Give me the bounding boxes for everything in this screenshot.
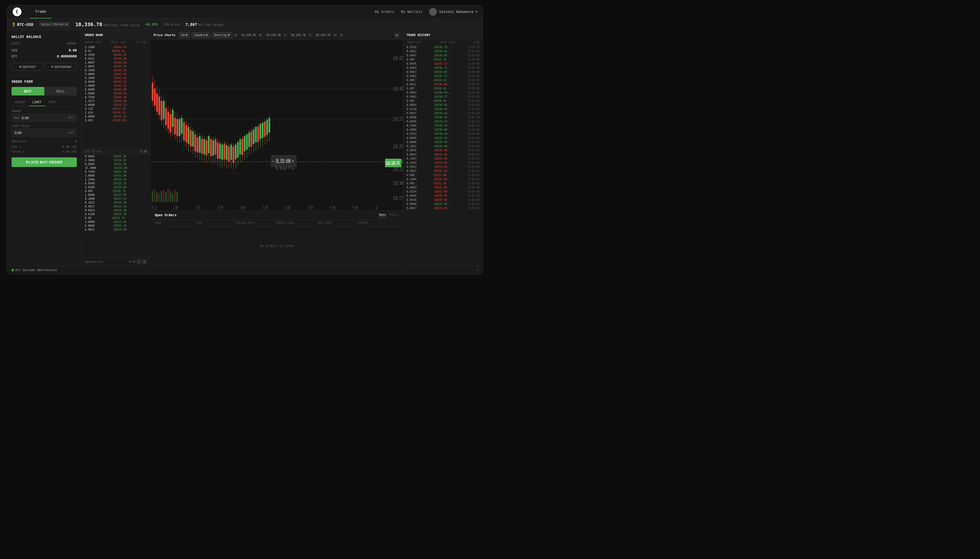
svg-text:2:00: 2:00 [195, 205, 201, 210]
list-item: 0.003710326.45- [81, 205, 150, 208]
asset-amount-usd: 0.00 [69, 48, 77, 52]
svg-rect-26 [154, 189, 155, 202]
agg-plus-button[interactable]: + [142, 260, 147, 264]
svg-text:$10,425: $10,425 [393, 55, 403, 61]
list-item: 0.099910329.25- [81, 182, 150, 185]
list-item: 0.004610338.42 ↗9:49:19 [403, 115, 483, 119]
change-label: 24h price [164, 23, 180, 26]
svg-text:1:00: 1:00 [173, 205, 178, 210]
total-label: Total = [12, 150, 24, 154]
order-type-market[interactable]: MARKET [12, 99, 29, 106]
my-orders-link[interactable]: My Orders [375, 10, 394, 14]
status-right: ⚙ [476, 268, 478, 272]
svg-rect-124 [248, 132, 250, 147]
select-market-dropdown[interactable]: Select Market ▼ [39, 22, 70, 27]
svg-rect-114 [237, 142, 239, 157]
svg-text:4:00: 4:00 [240, 205, 245, 210]
withdraw-button[interactable]: ⊖ WITHDRAW [45, 63, 77, 71]
list-item: 0.002710338.63 ↗9:49:20 [403, 111, 483, 115]
svg-rect-25 [152, 191, 153, 202]
advanced-toggle[interactable]: Advanced ▼ [12, 139, 77, 143]
total-value: 0.00 USD [62, 150, 77, 154]
oo-col-fee: Fee (USD) [317, 222, 358, 225]
svg-rect-74 [192, 131, 194, 146]
list-item: 6.000010325.25- [81, 224, 150, 228]
svg-text:$10,300: $10,300 [393, 180, 403, 186]
asset-name-btc: BTC [12, 55, 18, 58]
open-orders-table-header: Side Size Filled (BTC) Price (USD) Fee (… [150, 220, 403, 227]
list-item: 0.095210336.81 ↗9:50:14 [403, 49, 483, 53]
settings-icon[interactable]: ⚙ [476, 268, 478, 272]
order-type-stop[interactable]: STOP [45, 99, 59, 106]
max-button[interactable]: Max [15, 116, 20, 119]
nav-tabs: Trade [30, 5, 375, 18]
amount-input[interactable] [22, 116, 68, 120]
fee-row: Fee = 0.00 USD [12, 145, 77, 149]
status-text: All Systems Operational [15, 268, 57, 272]
last-price-currency: USD [103, 23, 109, 27]
oo-tab-open[interactable]: Open [379, 213, 386, 217]
timeframe-dropdown[interactable]: 5m ▼ [179, 32, 190, 38]
trading-pair: ₿ BTC-USD [13, 22, 33, 27]
svg-rect-82 [201, 139, 203, 154]
svg-text:10: 10 [375, 205, 378, 210]
limit-price-input-wrapper: USD [12, 129, 77, 137]
deposit-button[interactable]: ⊕ DEPOSIT [12, 63, 43, 71]
oo-tab-fills[interactable]: Fills [390, 213, 399, 217]
list-item: 1.000010340.65- [81, 91, 150, 95]
list-item: 3.140010344.45- [81, 45, 150, 49]
svg-rect-112 [235, 145, 237, 159]
place-order-button[interactable]: PLACE BUY ORDER [12, 157, 77, 167]
svg-rect-54 [169, 114, 171, 132]
chart-type-dropdown[interactable]: Candle ▼ [192, 32, 210, 38]
status-indicator [12, 269, 14, 271]
ohlcv-l-value: 10,336.78 [291, 33, 305, 36]
order-book-price-container: Order Book Market Size Price (USD) My Si… [81, 31, 403, 265]
list-item: 1.008710344.00- [81, 61, 150, 64]
ohlcv-v-label: V: [334, 33, 337, 36]
user-section[interactable]: Satoshi Nakamoto ▼ [429, 8, 478, 16]
list-item: 0.005410338.46 ↗9:49:20 [403, 103, 483, 107]
svg-rect-98 [219, 143, 221, 159]
order-book-bids: 0.404510335.05-2.500010334.95-0.09841033… [81, 155, 150, 258]
svg-rect-128 [253, 129, 254, 144]
svg-rect-58 [174, 118, 176, 134]
nav-right: My Orders My Wallets Satoshi Nakamoto ▼ [375, 8, 478, 16]
sell-button[interactable]: SELL [44, 87, 77, 96]
chart-nav-button[interactable]: ▶ [394, 33, 400, 38]
list-item: 0.008310331.02 ↘9:48:43 [403, 185, 483, 190]
trade-history-rows: 0.010210336.78 ↗9:50:150.095210336.81 ↗9… [403, 45, 483, 265]
right-panel: Trade History Trade Size Price (USD) Tim… [403, 31, 483, 265]
chevron-down-icon: ▼ [206, 33, 208, 37]
svg-rect-140 [266, 120, 268, 135]
avatar [429, 8, 437, 16]
list-item: 0.102210326.50- [81, 201, 150, 205]
list-item: 2.000010341.95- [81, 84, 150, 88]
trade-history-header: Trade Size Price (USD) Time [403, 40, 483, 45]
buy-button[interactable]: BUY [12, 87, 44, 96]
svg-rect-30 [163, 190, 164, 202]
ob-aggregation: Aggregation 0.05 − + [81, 258, 150, 265]
svg-rect-70 [188, 127, 189, 144]
chart-area[interactable]: $10,425 $10,400 $10,375 $10,350 $10,336.… [150, 40, 403, 210]
nav-tab-trade[interactable]: Trade [30, 5, 51, 18]
svg-rect-120 [244, 136, 245, 151]
list-item: 0.004810330.95 ↘9:48:28 [403, 194, 483, 198]
list-item: 1.437110340.00- [81, 99, 150, 103]
ob-spread: USD Spread 1.19 [81, 148, 150, 155]
price-change-24h: +0.33% [145, 22, 158, 26]
list-item: 0.100010342.65- [81, 76, 150, 80]
open-orders-empty: No orders to show [150, 227, 403, 265]
svg-rect-122 [246, 134, 248, 149]
svg-rect-108 [230, 145, 232, 160]
order-type-limit[interactable]: LIMIT [29, 99, 45, 106]
my-wallets-link[interactable]: My Wallets [401, 10, 422, 14]
overlay-dropdown[interactable]: Overlay ▼ [212, 32, 232, 38]
fee-label: Fee = [12, 145, 21, 149]
limit-price-input[interactable] [15, 131, 68, 135]
agg-minus-button[interactable]: − [137, 260, 141, 264]
svg-rect-116 [239, 139, 241, 154]
svg-rect-48 [163, 101, 165, 119]
list-item: 0.002710330.95 ↘9:48:22 [403, 206, 483, 210]
wallet-balance-title: Wallet Balance [12, 35, 77, 39]
